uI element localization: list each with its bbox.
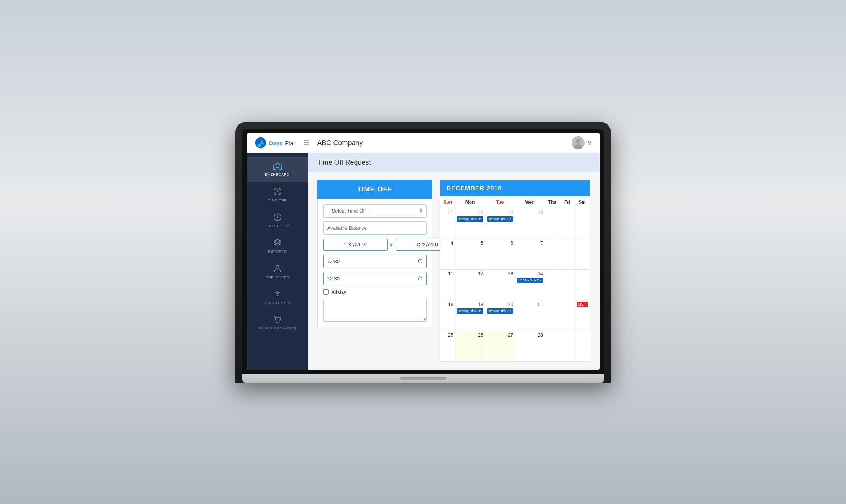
cal-date: 5 [457,241,483,246]
sidebar-item-billing[interactable]: BILLING & PAYMENTS [247,310,308,335]
cal-date: 27 [487,332,513,338]
cal-event-red: 12a [577,302,588,307]
menu-icon[interactable]: ☰ [303,139,309,147]
clock-icon-timeoff [273,187,282,197]
cal-date: 4 [442,241,453,246]
time-end-input[interactable] [323,272,427,285]
broadcast-icon [273,290,282,299]
sidebar: DASHBOARD TIME OFF [247,153,308,370]
cal-cell[interactable] [545,270,560,300]
svg-point-9 [278,322,279,323]
cal-date: 7 [517,241,543,246]
sidebar-item-reports[interactable]: REPORTS [247,233,308,259]
cal-header-sun: Sun [440,196,455,208]
cal-cell[interactable] [545,300,560,331]
avatar[interactable] [572,136,585,149]
cal-date: 13 [487,271,513,277]
cal-event: 12:30p Sick Da [487,216,513,222]
user-info[interactable]: M [572,136,592,149]
logo-plan: Plan [285,140,296,146]
cal-cell[interactable] [560,239,575,270]
cal-cell[interactable] [575,331,590,362]
cal-event: 12:30p Sick Da [457,308,483,314]
content-body: TIME OFF -- Select Time Off -- [308,172,600,370]
cal-cell[interactable]: 28 [515,331,545,362]
available-balance-input[interactable] [323,221,427,235]
cal-cell[interactable]: 6 [485,239,515,270]
cal-cell[interactable]: 13 [485,270,515,300]
cal-cell[interactable]: 2912:30p Sick Da [485,208,515,239]
laptop-hinge [400,377,446,380]
allday-checkbox[interactable] [323,289,329,295]
cal-cell[interactable] [575,239,590,270]
cal-cell[interactable] [575,208,590,239]
cal-cell[interactable] [545,239,560,270]
sidebar-item-exportdata[interactable]: EXPORT DATA [247,285,308,310]
person-icon [273,264,282,274]
cal-cell[interactable]: 12 [455,270,485,300]
cal-cell[interactable]: 4 [440,239,455,270]
clock-icon-timesheets [273,213,282,223]
form-body: -- Select Time Off -- to [317,199,432,327]
cal-date: 20 [487,302,513,307]
logo-days: Days [269,140,283,146]
cal-cell[interactable]: 30 [515,208,545,239]
cal-cell[interactable]: 5 [455,239,485,270]
date-from-input[interactable] [323,239,388,251]
main-content: Time Off Request TIME OFF -- Select Time… [308,153,600,370]
cal-cell[interactable]: 1912:30p Sick Da [455,300,485,331]
sidebar-item-timeoff[interactable]: TIME OFF [247,182,308,208]
cal-header-mon: Mon [455,196,485,208]
cal-event: 12:30p Sick Da [517,278,543,283]
calendar-panel: DECEMBER 2016 Sun Mon Tue Wed Thu Fri Sa… [440,180,590,362]
sidebar-label-billing: BILLING & PAYMENTS [259,327,296,330]
page-title: Time Off Request [308,153,600,172]
cal-cell[interactable] [545,331,560,362]
cal-cell[interactable]: 11 [440,270,455,300]
cal-date: 26 [457,332,483,338]
logo: DaysPlan ☰ [255,137,310,149]
svg-point-8 [276,322,277,323]
cal-cell[interactable]: 27 [485,331,515,362]
sidebar-label-reports: REPORTS [268,250,287,254]
sidebar-label-employees: EMPLOYEES [265,275,289,279]
notes-textarea[interactable] [323,299,427,322]
timeoff-select[interactable]: -- Select Time Off -- [323,204,427,218]
sidebar-item-dashboard[interactable]: DASHBOARD [247,157,308,182]
home-icon [273,162,282,171]
cal-cell[interactable]: 1412:30p Sick Da [515,270,545,300]
clock-icon-start: ⏱ [417,258,423,264]
cal-cell[interactable] [560,331,575,362]
cal-cell[interactable] [575,270,590,300]
cal-cell[interactable]: 2812:30p Sick Da [455,208,485,239]
screen-bezel: DaysPlan ☰ ABC Company M [242,129,604,374]
screen: DaysPlan ☰ ABC Company M [247,133,600,370]
date-separator: to [390,242,394,247]
cal-cell[interactable]: 7 [515,239,545,270]
user-name: M [588,140,592,146]
cal-cell[interactable]: 21 [515,300,545,331]
cal-cell[interactable]: 18 [440,300,455,331]
cal-cell[interactable] [560,300,575,331]
cal-date: 18 [442,302,453,307]
cal-cell[interactable]: 26 [455,331,485,362]
cal-cell[interactable] [560,270,575,300]
sidebar-label-dashboard: DASHBOARD [265,173,289,177]
cal-cell[interactable]: 25 [440,331,455,362]
sidebar-label-exportdata: EXPORT DATA [264,301,291,305]
cal-cell[interactable] [560,208,575,239]
time-start-input[interactable] [323,255,427,268]
cal-cell[interactable]: 2012:30p Sick Da [485,300,515,331]
cal-cell[interactable]: 12a [575,300,590,331]
cal-date: 25 [442,332,453,338]
calendar-header: DECEMBER 2016 [440,180,590,196]
svg-point-6 [276,265,279,268]
cal-cell[interactable] [545,208,560,239]
cal-cell[interactable]: 27 [440,208,455,239]
cal-header-tue: Tue [485,196,515,208]
cal-date: 28 [457,210,483,215]
company-name: ABC Company [317,139,571,147]
sidebar-item-employees[interactable]: EMPLOYEES [247,259,308,285]
timeoff-form: TIME OFF -- Select Time Off -- [317,180,432,362]
sidebar-item-timesheets[interactable]: TIMESHEETS [247,208,308,233]
